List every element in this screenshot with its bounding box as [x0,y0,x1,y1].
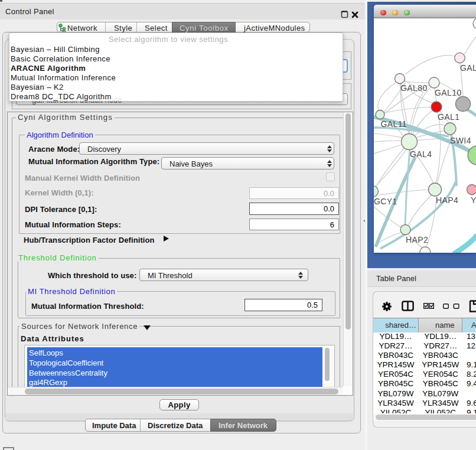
svg-text:YJ: YJ [471,195,476,205]
svg-text:HAP4: HAP4 [436,195,458,205]
svg-text:SWI4: SWI4 [450,136,471,145]
svg-text:GAL4: GAL4 [410,149,432,159]
svg-text:GAL80: GAL80 [400,83,428,93]
svg-text:GAL11: GAL11 [381,119,407,129]
svg-text:GAL10: GAL10 [435,88,462,97]
svg-text:HAP2: HAP2 [406,235,428,244]
svg-text:GAL2: GAL2 [460,63,476,73]
svg-text:GAL1: GAL1 [438,112,459,122]
svg-text:GCY1: GCY1 [374,197,397,206]
